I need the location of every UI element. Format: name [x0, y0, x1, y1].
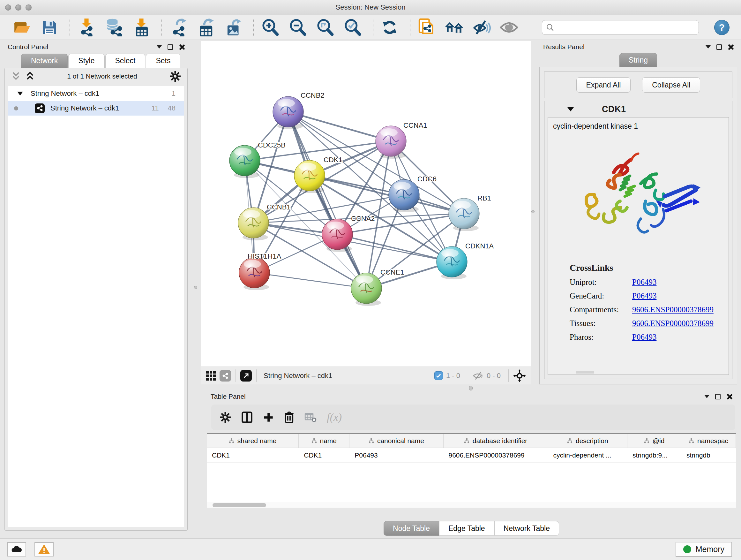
memory-button[interactable]: Memory: [676, 542, 732, 557]
panel-menu-icon[interactable]: [157, 45, 162, 49]
column-header-namespac[interactable]: namespac: [681, 434, 736, 448]
panel-menu-icon[interactable]: [704, 395, 710, 398]
network-edge[interactable]: [253, 223, 452, 262]
node-table[interactable]: shared namenamecanonical namedatabase id…: [207, 433, 736, 508]
network-node-CCNE1[interactable]: [351, 273, 382, 306]
bottom-splitter-handle[interactable]: [469, 386, 473, 390]
float-panel-icon[interactable]: [717, 44, 722, 50]
section-collapse-icon[interactable]: [567, 107, 574, 111]
table-cell[interactable]: stringdb:9...: [627, 448, 681, 462]
crosslink-link[interactable]: 9606.ENSP00000378699: [632, 319, 714, 328]
expand-all-icon[interactable]: [25, 71, 35, 81]
network-node-CCNB1[interactable]: [238, 207, 269, 240]
warnings-button[interactable]: [35, 542, 54, 557]
hscrollbar-thumb[interactable]: [212, 503, 266, 507]
table-row[interactable]: CDK1CDK1P064939606.ENSP00000378699cyclin…: [207, 448, 736, 462]
close-window-button[interactable]: [5, 4, 11, 10]
crosslink-link[interactable]: P06493: [632, 278, 657, 287]
add-column-icon[interactable]: [263, 412, 274, 423]
show-panels-button[interactable]: [500, 18, 518, 37]
network-edge[interactable]: [288, 112, 366, 288]
network-edge[interactable]: [254, 273, 366, 288]
export-network-button[interactable]: [169, 18, 188, 37]
pan-mode-icon[interactable]: [513, 369, 526, 382]
crosslink-link[interactable]: P06493: [632, 292, 657, 300]
network-canvas[interactable]: CCNB2CCNA1CDC25BCDK1CDC6RB1CCNB1CCNA2CDK…: [201, 41, 531, 367]
zoom-in-button[interactable]: [261, 18, 280, 37]
crosslink-link[interactable]: 9606.ENSP00000378699: [632, 305, 714, 314]
table-cell[interactable]: cyclin-dependent ...: [548, 448, 628, 462]
import-table-file-button[interactable]: [132, 18, 151, 37]
column-header-shared-name[interactable]: shared name: [207, 434, 299, 448]
table-cell[interactable]: P06493: [349, 448, 443, 462]
table-cell[interactable]: stringdb: [681, 448, 736, 462]
column-header-name[interactable]: name: [299, 434, 349, 448]
expand-all-button[interactable]: Expand All: [576, 77, 631, 92]
gear-icon[interactable]: [170, 71, 181, 82]
grid-mode-icon[interactable]: [206, 371, 216, 381]
table-cell[interactable]: 9606.ENSP00000378699: [444, 448, 548, 462]
tab-style[interactable]: Style: [68, 54, 105, 68]
network-node-CCNA1[interactable]: [376, 126, 406, 159]
network-collection-row[interactable]: String Network – cdk1 1: [8, 86, 184, 101]
zoom-out-button[interactable]: [288, 18, 307, 37]
hide-panels-button[interactable]: [472, 18, 491, 37]
network-thumbnail-icon[interactable]: [219, 370, 231, 381]
panel-menu-icon[interactable]: [705, 45, 711, 49]
column-header--id[interactable]: @id: [627, 434, 681, 448]
table-cell[interactable]: CDK1: [299, 448, 349, 462]
tab-edge-table[interactable]: Edge Table: [439, 521, 494, 536]
help-button[interactable]: ?: [714, 20, 730, 35]
left-splitter-handle[interactable]: [194, 286, 197, 289]
close-panel-icon[interactable]: [726, 394, 732, 399]
node-section-header[interactable]: CDK1: [544, 101, 732, 117]
toolbar-search[interactable]: [542, 20, 699, 35]
birds-eye-view-icon[interactable]: [240, 370, 252, 381]
collapse-all-button[interactable]: Collapse All: [642, 77, 700, 92]
network-node-CDK1[interactable]: [294, 160, 325, 193]
collapse-all-icon[interactable]: [11, 71, 21, 81]
crosslink-link[interactable]: P06493: [632, 333, 657, 341]
zoom-fit-button[interactable]: [316, 18, 334, 37]
zoom-selected-button[interactable]: [343, 18, 362, 37]
session-home-button[interactable]: [445, 18, 463, 37]
export-image-button[interactable]: [224, 18, 243, 37]
open-session-button[interactable]: [13, 18, 31, 37]
tab-network-table[interactable]: Network Table: [494, 521, 559, 536]
float-panel-icon[interactable]: [167, 44, 173, 50]
column-header-description[interactable]: description: [548, 434, 628, 448]
tree-expand-icon[interactable]: [17, 91, 23, 96]
minimize-window-button[interactable]: [15, 4, 21, 10]
column-header-canonical-name[interactable]: canonical name: [349, 434, 443, 448]
network-node-RB1[interactable]: [449, 198, 479, 231]
export-table-button[interactable]: [197, 18, 215, 37]
table-hscrollbar[interactable]: [207, 502, 736, 508]
zoom-window-button[interactable]: [25, 4, 31, 10]
float-panel-icon[interactable]: [715, 394, 721, 399]
network-row[interactable]: String Network – cdk1 11 48: [8, 101, 184, 116]
tab-string[interactable]: String: [619, 53, 657, 67]
import-network-file-button[interactable]: [77, 18, 96, 37]
tab-sets[interactable]: Sets: [146, 54, 180, 68]
network-node-CDKN1A[interactable]: [436, 246, 467, 279]
table-cell[interactable]: CDK1: [207, 448, 299, 462]
delete-column-icon[interactable]: [284, 411, 294, 423]
tab-node-table[interactable]: Node Table: [384, 521, 439, 536]
column-header-database-identifier[interactable]: database identifier: [444, 434, 548, 448]
save-session-button[interactable]: [40, 18, 59, 37]
network-node-CDC6[interactable]: [389, 179, 419, 212]
tab-network[interactable]: Network: [21, 54, 68, 68]
show-columns-icon[interactable]: [241, 411, 253, 423]
network-node-HIST1H1A[interactable]: [239, 257, 270, 290]
table-options-gear-icon[interactable]: [219, 412, 231, 423]
import-network-database-button[interactable]: [105, 18, 123, 37]
tab-select[interactable]: Select: [105, 54, 145, 68]
results-scrollbar-thumb[interactable]: [576, 371, 594, 374]
selected-nodes-checkbox[interactable]: [434, 371, 443, 380]
close-panel-icon[interactable]: [179, 44, 185, 50]
network-node-CDC25B[interactable]: [229, 145, 260, 178]
cloud-status-button[interactable]: [7, 542, 26, 557]
close-panel-icon[interactable]: [728, 44, 733, 50]
clone-network-button[interactable]: [417, 18, 436, 37]
refresh-button[interactable]: [381, 18, 399, 37]
